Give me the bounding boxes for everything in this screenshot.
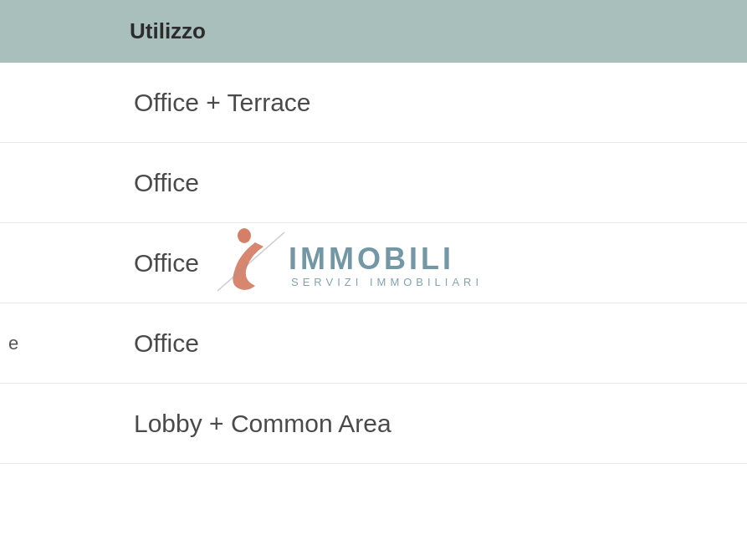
table-row [0,464,747,543]
row-left-5 [0,384,42,463]
row-main-3: Office [42,232,596,294]
row-right-6 [596,487,747,521]
table-row: Office + Terrace [0,63,747,143]
table-row: Office [0,143,747,223]
table-body: Office + Terrace Office Office e [0,63,747,543]
row-main-6 [42,487,596,521]
table-container: Utilizzo Office + Terrace Office [0,0,747,560]
row-right-3 [596,247,747,280]
table-row: Lobby + Common Area [0,384,747,464]
row-right-5 [596,407,747,440]
row-left-text-4: e [8,333,18,354]
table-header: Utilizzo [0,0,747,63]
table-row: Office [0,223,747,303]
row-text-2: Office [134,169,199,196]
row-main-5: Lobby + Common Area [42,393,596,455]
row-right-4 [596,327,747,360]
row-main-1: Office + Terrace [42,72,596,134]
row-text-5: Lobby + Common Area [134,410,391,437]
row-right-1 [596,86,747,120]
row-text-4: Office [134,329,199,357]
row-left-1 [0,63,42,142]
row-left-2 [0,143,42,222]
row-right-2 [596,166,747,200]
row-main-4: Office [42,313,596,374]
row-left-3 [0,223,42,303]
header-utilizzo: Utilizzo [0,18,435,44]
row-text-3: Office [134,249,199,277]
row-main-2: Office [42,152,596,214]
row-text-1: Office + Terrace [134,89,311,116]
header-utilizzo-label: Utilizzo [130,18,206,43]
row-left-4: e [0,303,42,383]
table-row: e Office [0,303,747,384]
row-left-6 [0,464,42,543]
